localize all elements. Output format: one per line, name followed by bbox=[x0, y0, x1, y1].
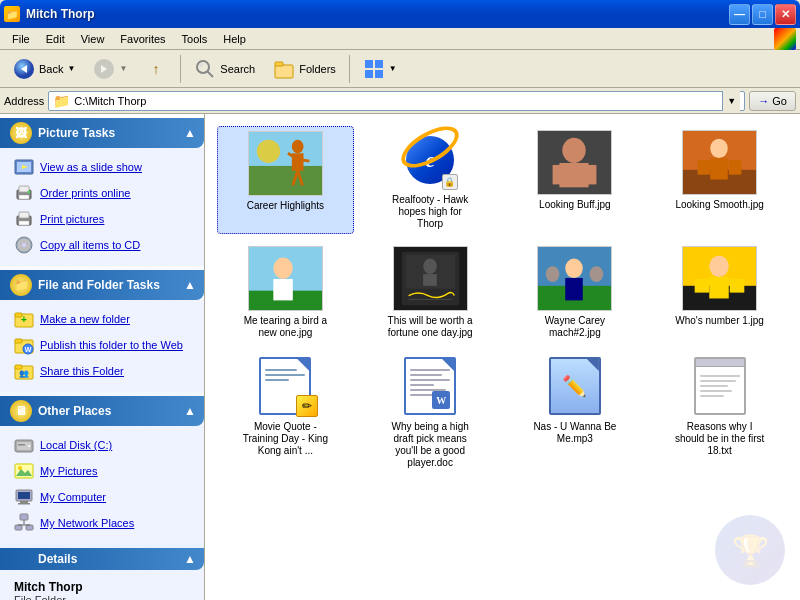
file-item-movie-quote[interactable]: ✏ Movie Quote - Training Day - King Kong… bbox=[217, 351, 354, 473]
views-button[interactable]: ▼ bbox=[356, 54, 404, 84]
go-button[interactable]: → Go bbox=[749, 91, 796, 111]
forward-dropdown-arrow[interactable]: ▼ bbox=[119, 64, 127, 73]
toolbar-separator-2 bbox=[349, 55, 350, 83]
new-folder-item[interactable]: + Make a new folder bbox=[12, 306, 196, 332]
svg-rect-51 bbox=[15, 525, 22, 530]
back-icon bbox=[13, 58, 35, 80]
svg-point-8 bbox=[199, 63, 203, 67]
svg-point-41 bbox=[27, 444, 31, 448]
notepad-line bbox=[700, 380, 736, 382]
file-item-me-tearing[interactable]: Me tearing a bird a new one.jpg bbox=[217, 242, 354, 343]
order-prints-label: Order prints online bbox=[40, 187, 131, 199]
realfooty-thumbnail: e 🔒 bbox=[403, 130, 458, 190]
notepad-header bbox=[696, 359, 744, 367]
svg-point-59 bbox=[292, 140, 304, 154]
svg-point-27 bbox=[23, 244, 25, 246]
search-button[interactable]: Search bbox=[187, 54, 262, 84]
movie-quote-thumbnail: ✏ bbox=[253, 355, 318, 417]
forward-button[interactable]: ▼ bbox=[86, 54, 134, 84]
svg-point-83 bbox=[423, 259, 437, 275]
close-button[interactable]: ✕ bbox=[775, 4, 796, 25]
minimize-button[interactable]: — bbox=[729, 4, 750, 25]
view-slideshow-item[interactable]: View as a slide show bbox=[12, 154, 196, 180]
publish-web-icon: W bbox=[14, 335, 34, 355]
local-disk-icon bbox=[14, 435, 34, 455]
other-places-collapse[interactable]: ▲ bbox=[184, 404, 196, 418]
maximize-button[interactable]: □ bbox=[752, 4, 773, 25]
file-item-nas[interactable]: ✏️ Nas - U Wanna Be Me.mp3 bbox=[507, 351, 644, 473]
svg-rect-10 bbox=[275, 62, 283, 66]
my-network-item[interactable]: My Network Places bbox=[12, 510, 196, 536]
details-folder-type: File Folder bbox=[14, 594, 194, 600]
reasons-label: Reasons why I should be in the first 18.… bbox=[675, 421, 765, 457]
file-folder-collapse[interactable]: ▲ bbox=[184, 278, 196, 292]
looking-buff-label: Looking Buff.jpg bbox=[539, 199, 611, 211]
svg-point-66 bbox=[563, 138, 586, 163]
new-folder-label: Make a new folder bbox=[40, 313, 130, 325]
nas-edit-icon: ✏️ bbox=[562, 374, 587, 398]
go-icon: → bbox=[758, 95, 769, 107]
file-item-realfooty[interactable]: e 🔒 Realfooty - Hawk hopes high for Thor… bbox=[362, 126, 499, 234]
svg-rect-95 bbox=[709, 277, 728, 298]
file-item-looking-buff[interactable]: Looking Buff.jpg bbox=[507, 126, 644, 234]
back-dropdown-arrow[interactable]: ▼ bbox=[67, 64, 75, 73]
picture-tasks-header[interactable]: 🖼 Picture Tasks ▲ bbox=[0, 118, 204, 148]
local-disk-label: Local Disk (C:) bbox=[40, 439, 112, 451]
details-folder-name: Mitch Thorp bbox=[14, 580, 194, 594]
menu-edit[interactable]: Edit bbox=[38, 31, 73, 47]
my-pictures-item[interactable]: My Pictures bbox=[12, 458, 196, 484]
notepad-line bbox=[700, 395, 724, 397]
copy-cd-item[interactable]: Copy all items to CD bbox=[12, 232, 196, 258]
file-folder-tasks-header[interactable]: 📁 File and Folder Tasks ▲ bbox=[0, 270, 204, 300]
file-item-reasons[interactable]: Reasons why I should be in the first 18.… bbox=[651, 351, 788, 473]
file-item-wayne-carey[interactable]: Wayne Carey mach#2.jpg bbox=[507, 242, 644, 343]
menu-favorites[interactable]: Favorites bbox=[112, 31, 173, 47]
other-places-body: Local Disk (C:) My Pictures bbox=[0, 426, 204, 544]
menu-file[interactable]: File bbox=[4, 31, 38, 47]
views-dropdown-arrow[interactable]: ▼ bbox=[389, 64, 397, 73]
left-panel: 🖼 Picture Tasks ▲ bbox=[0, 114, 205, 600]
folders-button[interactable]: Folders bbox=[266, 54, 343, 84]
order-prints-item[interactable]: Order prints online bbox=[12, 180, 196, 206]
menu-view[interactable]: View bbox=[73, 31, 113, 47]
details-collapse[interactable]: ▲ bbox=[184, 552, 196, 566]
svg-rect-73 bbox=[710, 158, 728, 179]
details-header-left: Details bbox=[10, 552, 77, 566]
looking-smooth-thumbnail bbox=[682, 130, 757, 195]
file-item-looking-smooth[interactable]: Looking Smooth.jpg bbox=[651, 126, 788, 234]
other-places-header-left: 🖥 Other Places bbox=[10, 400, 111, 422]
share-folder-item[interactable]: 👥 Share this Folder bbox=[12, 358, 196, 384]
file-item-whos-number[interactable]: Who's number 1.jpg bbox=[651, 242, 788, 343]
picture-tasks-collapse[interactable]: ▲ bbox=[184, 126, 196, 140]
up-button[interactable]: ↑ bbox=[138, 54, 174, 84]
notepad-line bbox=[700, 375, 740, 377]
me-tearing-label: Me tearing a bird a new one.jpg bbox=[240, 315, 330, 339]
reasons-notepad-body bbox=[694, 357, 746, 415]
file-item-why-being[interactable]: W Why being a high draft pick means you'… bbox=[362, 351, 499, 473]
windows-logo bbox=[774, 28, 796, 50]
print-pictures-item[interactable]: Print pictures bbox=[12, 206, 196, 232]
details-header[interactable]: Details ▲ bbox=[0, 548, 204, 570]
copy-cd-icon bbox=[14, 235, 34, 255]
why-being-label: Why being a high draft pick means you'll… bbox=[385, 421, 475, 469]
forward-icon bbox=[93, 58, 115, 80]
back-button[interactable]: Back ▼ bbox=[6, 54, 82, 84]
svg-rect-97 bbox=[730, 279, 745, 293]
menu-tools[interactable]: Tools bbox=[174, 31, 216, 47]
file-item-worth-fortune[interactable]: This will be worth a fortune one day.jpg bbox=[362, 242, 499, 343]
svg-rect-74 bbox=[698, 160, 711, 175]
notepad-line bbox=[700, 385, 728, 387]
other-places-header[interactable]: 🖥 Other Places ▲ bbox=[0, 396, 204, 426]
address-dropdown[interactable]: ▼ bbox=[722, 91, 740, 111]
address-input[interactable] bbox=[74, 95, 718, 107]
address-folder-icon: 📁 bbox=[53, 93, 70, 109]
local-disk-item[interactable]: Local Disk (C:) bbox=[12, 432, 196, 458]
order-prints-icon bbox=[14, 183, 34, 203]
menu-help[interactable]: Help bbox=[215, 31, 254, 47]
my-computer-item[interactable]: My Computer bbox=[12, 484, 196, 510]
looking-buff-thumbnail bbox=[537, 130, 612, 195]
folders-icon bbox=[273, 58, 295, 80]
file-item-career-highlights[interactable]: Career Highlights bbox=[217, 126, 354, 234]
publish-web-item[interactable]: W Publish this folder to the Web bbox=[12, 332, 196, 358]
ie-ring-icon bbox=[395, 118, 465, 176]
